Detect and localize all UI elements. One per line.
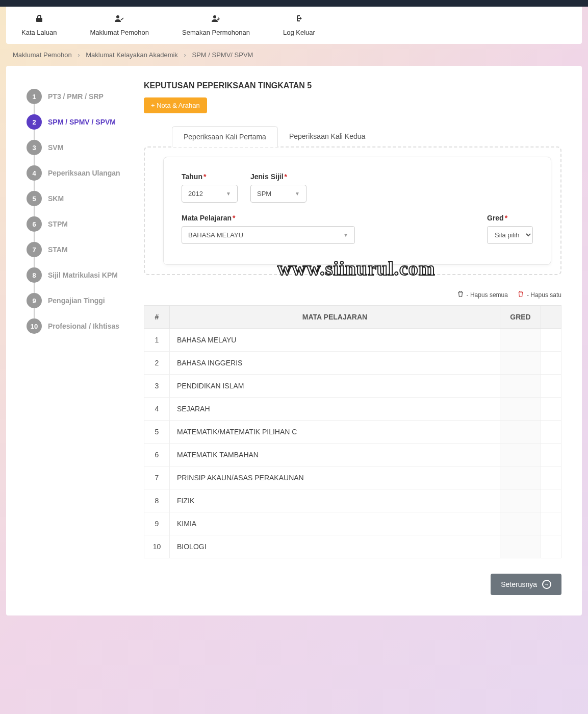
cell-action[interactable]	[541, 375, 561, 398]
cell-num: 1	[144, 329, 170, 352]
cell-action[interactable]	[541, 444, 561, 466]
cell-gred	[500, 398, 541, 421]
caret-down-icon: ▼	[295, 191, 300, 196]
step-circle: 8	[27, 267, 42, 283]
svg-point-0	[116, 15, 119, 18]
form-panel: Tahun* 2012 ▼ Jenis Sijil*	[163, 157, 551, 265]
step-item-6[interactable]: 6STPM	[27, 216, 131, 232]
content-area: KEPUTUSAN PEPERIKSAAN TINGKATAN 5 + Nota…	[144, 81, 561, 595]
step-item-10[interactable]: 10Profesional / Ikhtisas	[27, 318, 131, 334]
step-item-9[interactable]: 9Pengajian Tinggi	[27, 293, 131, 308]
step-connector	[34, 308, 35, 318]
trash-icon	[457, 290, 464, 299]
nav-semakan-permohonan[interactable]: Semakan Permohonan	[177, 12, 255, 39]
cell-action[interactable]	[541, 466, 561, 489]
nav-log-keluar[interactable]: Log Keluar	[278, 12, 320, 39]
step-connector	[34, 104, 35, 114]
step-circle: 5	[27, 191, 42, 206]
table-row: 1BAHASA MELAYU	[144, 329, 561, 352]
col-action	[541, 306, 561, 329]
top-dark-bar	[0, 0, 588, 7]
cell-num: 8	[144, 489, 170, 512]
seterusnya-button[interactable]: Seterusnya →	[491, 574, 561, 595]
user-check-icon	[90, 14, 149, 25]
chevron-right-icon: ›	[184, 51, 186, 59]
table-row: 3PENDIDIKAN ISLAM	[144, 375, 561, 398]
cell-action[interactable]	[541, 489, 561, 512]
cell-action[interactable]	[541, 398, 561, 421]
lock-icon	[21, 14, 57, 25]
cell-subject: PENDIDIKAN ISLAM	[170, 375, 500, 398]
nav-maklumat-pemohon[interactable]: Maklumat Pemohon	[85, 12, 154, 39]
user-edit-icon	[182, 14, 250, 25]
cell-action[interactable]	[541, 352, 561, 375]
cell-action[interactable]	[541, 421, 561, 444]
cell-num: 4	[144, 398, 170, 421]
step-item-7[interactable]: 7STAM	[27, 242, 131, 257]
step-item-8[interactable]: 8Sijil Matrikulasi KPM	[27, 267, 131, 283]
legend-hapus-satu: - Hapus satu	[517, 290, 561, 299]
gred-select[interactable]: Sila pilih	[487, 226, 533, 244]
cell-gred	[500, 329, 541, 352]
step-connector	[34, 130, 35, 140]
table-row: 4SEJARAH	[144, 398, 561, 421]
step-connector	[34, 257, 35, 267]
cell-num: 10	[144, 535, 170, 558]
step-label: Profesional / Ikhtisas	[48, 322, 119, 330]
cell-gred	[500, 466, 541, 489]
step-label: SKM	[48, 194, 64, 203]
cell-action[interactable]	[541, 329, 561, 352]
step-circle: 9	[27, 293, 42, 308]
breadcrumb: Maklumat Pemohon › Maklumat Kelayakan Ak…	[0, 44, 588, 66]
cell-num: 7	[144, 466, 170, 489]
step-circle: 4	[27, 165, 42, 181]
step-circle: 7	[27, 242, 42, 257]
tab-peperiksaan-kedua[interactable]: Peperiksaan Kali Kedua	[278, 126, 376, 147]
cell-num: 2	[144, 352, 170, 375]
nota-arahan-button[interactable]: + Nota & Arahan	[144, 97, 207, 113]
cell-action[interactable]	[541, 535, 561, 558]
step-circle: 6	[27, 216, 42, 232]
cell-gred	[500, 352, 541, 375]
col-subject: MATA PELAJARAN	[170, 306, 500, 329]
cell-num: 6	[144, 444, 170, 466]
breadcrumb-part[interactable]: Maklumat Kelayakan Akademik	[86, 51, 178, 59]
step-item-1[interactable]: 1PT3 / PMR / SRP	[27, 89, 131, 104]
step-connector	[34, 155, 35, 165]
step-circle: 2	[27, 114, 42, 130]
cell-gred	[500, 535, 541, 558]
step-label: SPM / SPMV / SPVM	[48, 118, 116, 126]
step-item-2[interactable]: 2SPM / SPMV / SPVM	[27, 114, 131, 130]
trash-icon	[517, 290, 524, 299]
table-row: 6MATEMATIK TAMBAHAN	[144, 444, 561, 466]
nav-label: Maklumat Pemohon	[90, 29, 149, 36]
form-dashed-panel: Tahun* 2012 ▼ Jenis Sijil*	[144, 146, 561, 275]
tab-peperiksaan-pertama[interactable]: Peperiksaan Kali Pertama	[172, 126, 278, 147]
top-nav: Kata Laluan Maklumat Pemohon Semakan Per…	[6, 7, 582, 44]
step-circle: 10	[27, 318, 42, 334]
tahun-select[interactable]: 2012 ▼	[182, 185, 238, 203]
cell-subject: SEJARAH	[170, 398, 500, 421]
step-connector	[34, 232, 35, 242]
cell-num: 9	[144, 512, 170, 535]
step-connector	[34, 283, 35, 293]
nav-label: Log Keluar	[283, 29, 315, 36]
cell-gred	[500, 512, 541, 535]
legend-hapus-semua: - Hapus semua	[457, 290, 508, 299]
nav-kata-laluan[interactable]: Kata Laluan	[16, 12, 62, 39]
step-item-5[interactable]: 5SKM	[27, 191, 131, 206]
step-label: Sijil Matrikulasi KPM	[48, 271, 118, 279]
breadcrumb-part: SPM / SPMV/ SPVM	[192, 51, 253, 59]
jenis-sijil-select[interactable]: SPM ▼	[250, 185, 306, 203]
cell-subject: MATEMATIK TAMBAHAN	[170, 444, 500, 466]
mata-pelajaran-label: Mata Pelajaran*	[182, 214, 474, 222]
logout-icon	[283, 14, 315, 25]
step-item-4[interactable]: 4Peperiksaan Ulangan	[27, 165, 131, 181]
step-item-3[interactable]: 3SVM	[27, 140, 131, 155]
col-num: #	[144, 306, 170, 329]
mata-pelajaran-select[interactable]: BAHASA MELAYU ▼	[182, 226, 355, 244]
breadcrumb-part[interactable]: Maklumat Pemohon	[13, 51, 72, 59]
cell-action[interactable]	[541, 512, 561, 535]
step-label: STAM	[48, 245, 68, 254]
step-label: PT3 / PMR / SRP	[48, 92, 104, 101]
